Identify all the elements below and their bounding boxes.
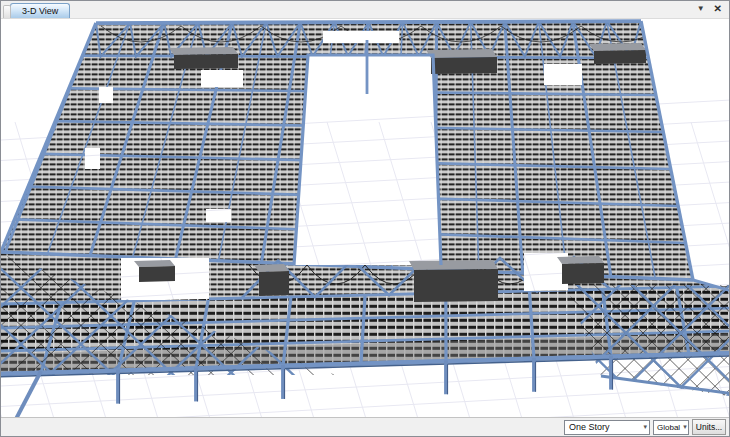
status-bar: One Story ▾ Global ▾ Units...	[1, 417, 729, 436]
tab-strip: 3-D View ▼ ✕	[1, 1, 729, 19]
coord-system-value: Global	[657, 423, 680, 432]
3d-view-window: 3-D View ▼ ✕ One Story ▾ Global ▾ Units.…	[0, 0, 730, 437]
window-buttons: ▼ ✕	[697, 1, 722, 17]
3d-view-canvas[interactable]	[1, 19, 729, 417]
model-viewport	[1, 19, 729, 417]
tab-3d-view[interactable]: 3-D View	[10, 3, 70, 18]
chevron-down-icon[interactable]: ▼	[697, 1, 705, 17]
tab-strip-stub	[3, 5, 11, 18]
units-button[interactable]: Units...	[692, 419, 726, 435]
story-selector[interactable]: One Story ▾	[564, 420, 650, 435]
close-icon[interactable]: ✕	[714, 1, 722, 17]
chevron-down-icon: ▾	[643, 423, 647, 431]
tab-3d-view-label: 3-D View	[22, 6, 58, 16]
story-selector-value: One Story	[569, 422, 610, 432]
coord-system-selector[interactable]: Global ▾	[653, 420, 689, 435]
chevron-down-icon: ▾	[683, 423, 687, 431]
